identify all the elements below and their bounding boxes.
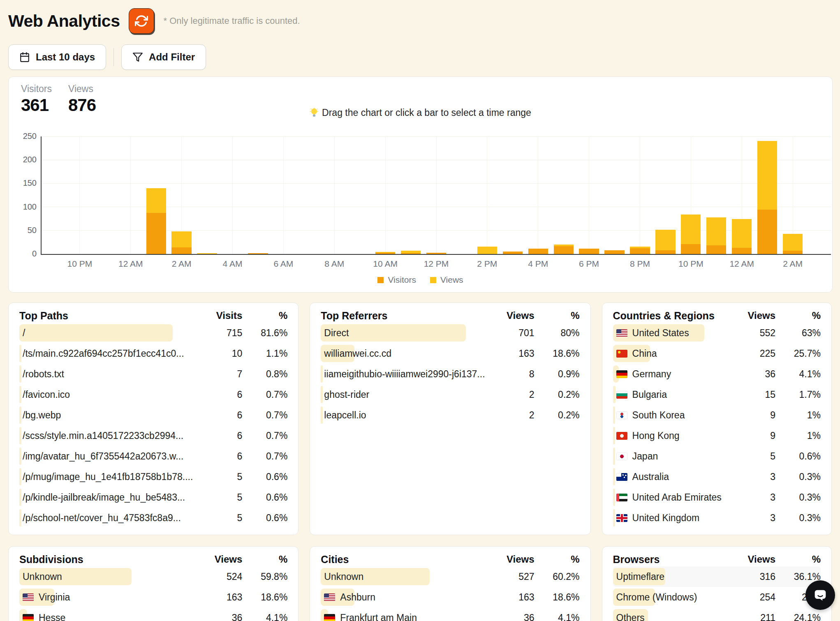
- chart-bar[interactable]: [604, 250, 624, 254]
- row-label: iiameigithubio-wiiiiamwei2990-j6i137...: [321, 369, 485, 380]
- date-range-button[interactable]: Last 10 days: [8, 44, 106, 70]
- chart-bar[interactable]: [248, 253, 268, 254]
- row-value: 6: [193, 410, 242, 421]
- table-row[interactable]: Virginia16318.6%: [19, 587, 287, 607]
- chart-bar[interactable]: [732, 219, 752, 254]
- chart-bar[interactable]: [477, 247, 497, 254]
- chart-bar[interactable]: [375, 252, 395, 254]
- flag-ae-icon: [616, 494, 627, 501]
- page-title: Web Analytics: [8, 12, 120, 31]
- table-row[interactable]: williamwei.cc.cd16318.6%: [321, 343, 579, 364]
- table-row[interactable]: Others21124.1%: [613, 607, 821, 621]
- row-label-text: Uptimeflare: [616, 571, 665, 582]
- row-percent: 0.7%: [242, 430, 287, 441]
- table-row[interactable]: /71581.6%: [19, 323, 287, 343]
- chart-bar[interactable]: [630, 247, 650, 254]
- table-row[interactable]: leapcell.io20.2%: [321, 405, 579, 425]
- table-row[interactable]: /p/mug/image_hu_1e41fb18758b1b78....50.6…: [19, 466, 287, 487]
- table-row[interactable]: Unknown52760.2%: [321, 566, 579, 587]
- row-value: 254: [726, 592, 775, 603]
- row-value: 6: [193, 451, 242, 462]
- chat-widget-button[interactable]: [805, 580, 835, 610]
- gridline-v: [436, 136, 437, 254]
- row-label: leapcell.io: [321, 410, 485, 421]
- row-label: Hesse: [19, 612, 193, 621]
- table-row[interactable]: Frankfurt am Main364.1%: [321, 607, 579, 621]
- visitors-segment: [757, 210, 777, 254]
- chart-bar[interactable]: [171, 231, 191, 254]
- row-value: 225: [726, 348, 775, 359]
- table-row[interactable]: Bulgaria151.7%: [613, 384, 821, 405]
- chart-bar[interactable]: [706, 217, 726, 254]
- row-label: /robots.txt: [19, 369, 193, 380]
- row-percent: 1.1%: [242, 348, 287, 359]
- y-axis-tick: 200: [13, 155, 37, 164]
- table-row[interactable]: ghost-rider20.2%: [321, 384, 579, 405]
- table-row[interactable]: Uptimeflare31636.1%: [613, 566, 821, 587]
- chart-bar[interactable]: [197, 253, 217, 254]
- table-row[interactable]: /robots.txt70.8%: [19, 364, 287, 384]
- legend-item[interactable]: Visitors: [377, 275, 416, 285]
- chart-bar[interactable]: [426, 253, 446, 254]
- row-percent: 24.1%: [775, 612, 821, 621]
- table-row[interactable]: Ashburn16318.6%: [321, 587, 579, 607]
- table-row[interactable]: United States55263%: [613, 323, 821, 343]
- chart-bar[interactable]: [579, 249, 599, 254]
- row-percent: 0.6%: [242, 471, 287, 482]
- x-axis-tick: 2 AM: [770, 259, 815, 269]
- table-row[interactable]: United Arab Emirates30.3%: [613, 487, 821, 508]
- x-axis-tick: 10 AM: [363, 259, 408, 269]
- row-percent: 4.1%: [242, 612, 287, 621]
- table-row[interactable]: Germany364.1%: [613, 364, 821, 384]
- flag-au-icon: [616, 473, 627, 481]
- chart-bar[interactable]: [528, 249, 548, 254]
- chart-bar[interactable]: [554, 245, 574, 254]
- chart-bar[interactable]: [146, 188, 166, 254]
- row-value: 316: [726, 571, 775, 582]
- x-axis-tick: 4 AM: [210, 259, 255, 269]
- percent-column-header: %: [775, 310, 821, 321]
- table-row[interactable]: /p/kindle-jailbreak/image_hu_be5483...50…: [19, 487, 287, 508]
- table-row[interactable]: /ts/main.c922af694cc257bf1ecc41c0...101.…: [19, 343, 287, 364]
- row-label: /ts/main.c922af694cc257bf1ecc41c0...: [19, 348, 193, 359]
- chart-bar[interactable]: [757, 141, 777, 254]
- table-row[interactable]: iiameigithubio-wiiiiamwei2990-j6i137...8…: [321, 364, 579, 384]
- visitors-segment: [375, 253, 395, 254]
- chart-bar[interactable]: [655, 230, 675, 254]
- table-row[interactable]: Australia30.3%: [613, 466, 821, 487]
- refresh-button[interactable]: [129, 8, 154, 34]
- visitors-segment: [503, 252, 523, 254]
- row-label: Germany: [613, 369, 726, 380]
- legend-swatch: [377, 277, 384, 283]
- table-row[interactable]: Direct70180%: [321, 323, 579, 343]
- traffic-bar-chart[interactable]: 05010015020025010 PM12 AM2 AM4 AM6 AM8 A…: [41, 136, 831, 255]
- chart-bar[interactable]: [681, 215, 701, 254]
- table-card-top-referrers: Top ReferrersViews%Direct70180%williamwe…: [310, 302, 590, 535]
- table-row[interactable]: Unknown52459.8%: [19, 566, 287, 587]
- row-value: 163: [485, 348, 535, 359]
- table-row[interactable]: South Korea91%: [613, 405, 821, 425]
- table-row[interactable]: Hong Kong91%: [613, 425, 821, 446]
- chart-bar[interactable]: [401, 251, 421, 254]
- table-row[interactable]: /p/school-net/cover_hu_47583fc8a9...50.6…: [19, 508, 287, 528]
- table-row[interactable]: /favicon.ico60.7%: [19, 384, 287, 405]
- row-label: /p/mug/image_hu_1e41fb18758b1b78....: [19, 471, 193, 482]
- table-row[interactable]: /scss/style.min.a1405172233cb2994...60.7…: [19, 425, 287, 446]
- table-row[interactable]: China22525.7%: [613, 343, 821, 364]
- row-label: Bulgaria: [613, 389, 726, 400]
- table-row[interactable]: Hesse364.1%: [19, 607, 287, 621]
- add-filter-button[interactable]: Add Filter: [121, 44, 206, 70]
- legend-item[interactable]: Views: [430, 275, 463, 285]
- row-label-text: /ts/main.c922af694cc257bf1ecc41c0...: [23, 348, 184, 359]
- chart-bar[interactable]: [503, 252, 523, 254]
- table-header: CitiesViews%: [321, 552, 579, 566]
- chart-bar[interactable]: [783, 234, 803, 254]
- table-row[interactable]: Japan50.6%: [613, 446, 821, 466]
- x-axis-tick: 12 PM: [414, 259, 459, 269]
- table-row[interactable]: /img/avatar_hu_6f7355442a20673.w...60.7%: [19, 446, 287, 466]
- table-row[interactable]: United Kingdom30.3%: [613, 508, 821, 528]
- row-label-text: Virginia: [39, 592, 70, 603]
- table-row[interactable]: Chrome (Windows)25429%: [613, 587, 821, 607]
- table-row[interactable]: /bg.webp60.7%: [19, 405, 287, 425]
- table-header: Countries & RegionsViews%: [613, 309, 821, 323]
